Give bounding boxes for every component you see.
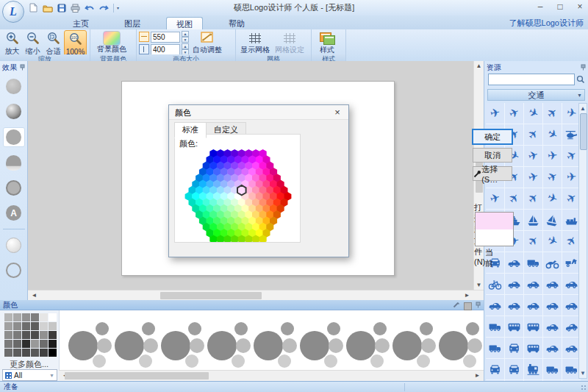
resource-car-icon[interactable]: [524, 274, 542, 294]
toolbar-overflow-icon[interactable]: ▾: [117, 5, 119, 10]
redo-icon[interactable]: [98, 2, 109, 13]
resource-plane-icon[interactable]: ✈: [524, 124, 542, 145]
cancel-button[interactable]: 取消: [473, 148, 512, 163]
resize-grip[interactable]: [581, 385, 587, 391]
new-document-icon[interactable]: [28, 2, 39, 13]
resource-carfront-icon[interactable]: [505, 359, 523, 379]
resource-bus-icon[interactable]: [524, 338, 542, 358]
effect-reflected[interactable]: [4, 154, 24, 172]
resource-plane-icon[interactable]: ✈: [543, 124, 562, 145]
resource-car-icon[interactable]: [505, 295, 523, 316]
ok-button[interactable]: 确定: [473, 129, 512, 144]
color-swatch[interactable]: [31, 331, 39, 339]
pin-icon[interactable]: [20, 64, 25, 72]
color-swatch[interactable]: [22, 331, 30, 339]
resource-search-input[interactable]: [488, 74, 575, 85]
hexagon-color-picker[interactable]: [180, 148, 296, 242]
resource-plane-icon[interactable]: ✈: [486, 103, 504, 124]
color-swatch[interactable]: [40, 349, 48, 357]
resource-plane-icon[interactable]: ✈: [524, 188, 542, 209]
pin-icon[interactable]: [476, 301, 481, 311]
scroll-up-icon[interactable]: ▲: [579, 104, 587, 113]
logo-pattern-preview[interactable]: [346, 322, 390, 368]
effect-flat[interactable]: [4, 77, 24, 96]
minimize-button[interactable]: –: [535, 1, 545, 12]
dialog-close-icon[interactable]: ×: [326, 105, 348, 120]
resource-plane-icon[interactable]: ✈: [543, 167, 562, 188]
effect-plain-selected[interactable]: [3, 127, 25, 147]
color-swatch[interactable]: [31, 340, 39, 348]
effect-ringed[interactable]: [4, 179, 24, 197]
close-button[interactable]: ×: [575, 1, 585, 12]
color-swatch[interactable]: [13, 340, 21, 348]
resource-car-icon[interactable]: [486, 295, 504, 316]
logo-pattern-preview[interactable]: [161, 322, 204, 368]
resource-plane-icon[interactable]: ✈: [543, 103, 562, 124]
effect-letter[interactable]: A: [4, 204, 24, 222]
more-colors-link[interactable]: 更多颜色...: [10, 359, 49, 370]
learn-link[interactable]: 了解硕思Logo设计师: [509, 18, 584, 29]
pattern-previews[interactable]: [60, 310, 484, 370]
color-swatch[interactable]: [22, 313, 30, 321]
resources-scrollbar[interactable]: ▲ ▼: [578, 103, 587, 379]
resource-plane-icon[interactable]: ✈: [524, 167, 542, 188]
resource-plane-icon[interactable]: ✈: [524, 103, 542, 124]
workspace-horizontal-scrollbar[interactable]: ◄ ►: [28, 290, 484, 301]
resource-plane-icon[interactable]: ✈: [505, 188, 523, 209]
resource-truck-icon[interactable]: [486, 316, 504, 337]
undo-icon[interactable]: [84, 2, 95, 13]
resource-sail-icon[interactable]: [543, 210, 562, 230]
resource-car-icon[interactable]: [505, 274, 523, 294]
resource-carfront-icon[interactable]: [505, 338, 523, 358]
color-swatch[interactable]: [31, 313, 39, 321]
search-icon[interactable]: [576, 74, 586, 85]
selected-color-marker[interactable]: [237, 185, 246, 195]
color-swatch[interactable]: [31, 322, 39, 330]
scroll-left-icon[interactable]: ◄: [29, 291, 39, 300]
resource-car-icon[interactable]: [543, 316, 562, 337]
color-swatch[interactable]: [49, 349, 57, 357]
scroll-right-icon[interactable]: ►: [473, 371, 482, 380]
dialog-tab-standard[interactable]: 标准: [174, 122, 207, 138]
color-swatch[interactable]: [40, 313, 48, 321]
pattern-scroll-thumb[interactable]: [65, 372, 209, 379]
resource-car-icon[interactable]: [543, 274, 562, 294]
color-swatch[interactable]: [49, 322, 57, 330]
resource-plane-icon[interactable]: ✈: [524, 146, 542, 166]
resource-plane-icon[interactable]: ✈: [543, 146, 562, 166]
resource-car-icon[interactable]: [524, 295, 542, 316]
resource-truck-icon[interactable]: [486, 338, 504, 358]
color-swatch[interactable]: [49, 313, 57, 321]
color-swatch[interactable]: [13, 331, 21, 339]
open-folder-icon[interactable]: [42, 2, 53, 13]
print-icon[interactable]: [70, 2, 81, 13]
logo-pattern-preview[interactable]: [254, 322, 297, 368]
resource-truck-icon[interactable]: [524, 252, 542, 273]
effect-shaded[interactable]: [4, 102, 24, 121]
fill-swatch-icon[interactable]: [464, 302, 472, 310]
canvas-height-input[interactable]: [151, 44, 180, 55]
canvas-width-stepper[interactable]: ▲▼: [182, 31, 189, 43]
canvas-width-input[interactable]: [151, 32, 180, 43]
resource-plane-icon[interactable]: ✈: [524, 231, 542, 252]
color-swatch[interactable]: [40, 322, 48, 330]
resource-plane-icon[interactable]: ✈: [505, 103, 523, 124]
auto-adjust-button[interactable]: 自动调整▾: [189, 30, 226, 57]
color-swatch[interactable]: [13, 313, 21, 321]
color-swatch[interactable]: [4, 340, 12, 348]
color-filter-dropdown[interactable]: All ▼: [2, 369, 57, 381]
resource-plane-icon[interactable]: ✈: [543, 188, 562, 209]
show-grid-button[interactable]: 显示网格: [238, 30, 272, 54]
resource-moto-icon[interactable]: [543, 252, 562, 273]
color-swatch[interactable]: [22, 322, 30, 330]
save-icon[interactable]: [56, 2, 67, 13]
color-swatch[interactable]: [31, 349, 39, 357]
color-swatch[interactable]: [4, 331, 12, 339]
scroll-up-icon[interactable]: ▲: [474, 61, 484, 71]
resource-bus-icon[interactable]: [524, 316, 542, 337]
canvas-height-stepper[interactable]: ▲▼: [182, 43, 189, 55]
logo-pattern-preview[interactable]: [300, 322, 343, 368]
color-swatch[interactable]: [4, 349, 12, 357]
pick-color-button[interactable]: 选择(S…: [473, 166, 512, 181]
effect-glossy[interactable]: [4, 236, 24, 254]
